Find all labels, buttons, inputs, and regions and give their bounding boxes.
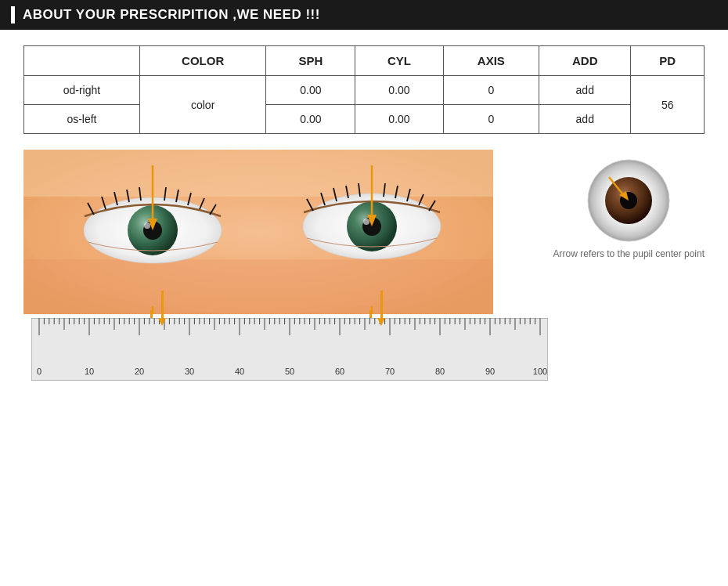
eye-ruler-section: Arrow refers to the pupil center point xyxy=(0,142,728,399)
svg-text:20: 20 xyxy=(135,367,144,376)
table-section: COLOR SPH CYL AXIS ADD PD od-right color… xyxy=(0,30,728,142)
col-header-axis: AXIS xyxy=(443,46,539,76)
eye-diagram xyxy=(586,157,672,244)
ruler-arrow-right-head xyxy=(377,318,385,326)
svg-text:80: 80 xyxy=(435,367,445,376)
col-header-sph: SPH xyxy=(266,46,355,76)
row-os-cyl: 0.00 xyxy=(355,105,443,134)
row-pd-shared: 56 xyxy=(631,76,705,134)
col-header-color: COLOR xyxy=(139,46,266,76)
row-os-axis: 0 xyxy=(443,105,539,134)
svg-text:0: 0 xyxy=(37,367,41,376)
row-os-sph: 0.00 xyxy=(266,105,355,134)
eye-image-wrapper xyxy=(23,150,493,314)
row-od-sph: 0.00 xyxy=(266,76,355,105)
table-row-od: od-right color 0.00 0.00 0 add 56 xyxy=(24,76,705,105)
svg-text:40: 40 xyxy=(235,367,244,376)
eye-diagram-svg xyxy=(586,157,672,244)
row-od-axis: 0 xyxy=(443,76,539,105)
eye-illustration-svg xyxy=(23,150,493,314)
col-header-pd: PD xyxy=(631,46,705,76)
table-row-os: os-left 0.00 0.00 0 add xyxy=(24,105,705,134)
row-color-shared: color xyxy=(139,76,266,134)
table-header-row: COLOR SPH CYL AXIS ADD PD xyxy=(24,46,705,76)
ruler-arrow-left-head xyxy=(158,318,166,326)
col-header-empty xyxy=(24,46,140,76)
col-header-cyl: CYL xyxy=(355,46,443,76)
svg-point-24 xyxy=(363,219,369,225)
svg-text:100: 100 xyxy=(533,367,547,376)
svg-text:10: 10 xyxy=(85,367,94,376)
svg-text:50: 50 xyxy=(285,367,294,376)
svg-text:70: 70 xyxy=(385,367,395,376)
row-label-od: od-right xyxy=(24,76,140,105)
prescription-table: COLOR SPH CYL AXIS ADD PD od-right color… xyxy=(23,45,705,134)
svg-point-9 xyxy=(144,222,150,229)
eye-ruler-wrapper: Arrow refers to the pupil center point xyxy=(23,150,705,383)
ruler-wrapper: 0 10 20 30 40 50 60 70 80 90 100 xyxy=(31,318,548,383)
svg-rect-4 xyxy=(23,150,493,197)
svg-rect-5 xyxy=(23,259,493,314)
header-title: ABOUT YOUR PRESCRIPITION ,WE NEED !!! xyxy=(23,7,320,23)
svg-text:90: 90 xyxy=(485,367,495,376)
col-header-add: ADD xyxy=(539,46,631,76)
eye-diagram-container: Arrow refers to the pupil center point xyxy=(553,157,705,259)
ruler-arrow-right xyxy=(377,291,385,326)
ruler-arrow-right-line xyxy=(380,291,383,318)
svg-text:60: 60 xyxy=(335,367,344,376)
row-os-add: add xyxy=(539,105,631,134)
row-od-add: add xyxy=(539,76,631,105)
svg-text:30: 30 xyxy=(185,367,194,376)
ruler-arrow-left-line xyxy=(161,291,164,318)
arrow-caption: Arrow refers to the pupil center point xyxy=(553,248,705,259)
ruler-arrow-left xyxy=(158,291,166,326)
accent-bar xyxy=(11,6,15,24)
row-label-os: os-left xyxy=(24,105,140,134)
row-od-cyl: 0.00 xyxy=(355,76,443,105)
header-bar: ABOUT YOUR PRESCRIPITION ,WE NEED !!! xyxy=(0,0,728,30)
ruler-svg: 0 10 20 30 40 50 60 70 80 90 100 xyxy=(31,318,548,381)
